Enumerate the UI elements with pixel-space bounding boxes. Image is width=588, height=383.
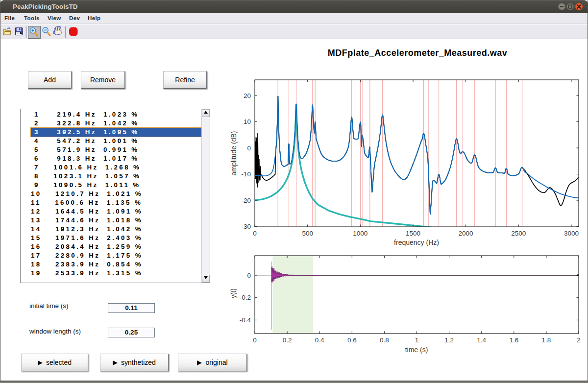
svg-text:frequency (Hz): frequency (Hz) — [394, 239, 439, 246]
svg-text:20: 20 — [244, 92, 251, 99]
svg-text:MDFplate_Accelerometer_Measure: MDFplate_Accelerometer_Measured.wav — [328, 48, 508, 58]
svg-text:0.8: 0.8 — [380, 336, 389, 344]
svg-text:3000: 3000 — [564, 230, 579, 237]
svg-text:500: 500 — [302, 230, 313, 237]
svg-text:-30: -30 — [241, 223, 251, 230]
svg-text:1.8: 1.8 — [542, 336, 551, 344]
svg-text:1.6: 1.6 — [509, 336, 518, 344]
svg-text:0.2: 0.2 — [283, 336, 292, 344]
svg-text:-10: -10 — [241, 170, 251, 178]
svg-text:-0.2: -0.2 — [240, 294, 251, 301]
svg-text:amplitude (dB): amplitude (dB) — [230, 131, 238, 175]
svg-text:time (s): time (s) — [405, 346, 428, 354]
svg-text:0: 0 — [253, 336, 257, 344]
svg-text:0: 0 — [253, 230, 257, 237]
svg-text:2000: 2000 — [459, 230, 473, 237]
svg-text:2500: 2500 — [511, 230, 526, 237]
svg-text:1.4: 1.4 — [477, 336, 486, 344]
svg-text:0.6: 0.6 — [347, 336, 357, 344]
svg-text:2: 2 — [577, 336, 581, 344]
svg-text:-0.4: -0.4 — [240, 316, 251, 324]
svg-text:0: 0 — [247, 144, 251, 152]
svg-text:1: 1 — [415, 336, 419, 344]
svg-text:10: 10 — [244, 118, 251, 125]
svg-text:1000: 1000 — [353, 230, 368, 237]
svg-text:0.4: 0.4 — [315, 336, 324, 344]
svg-text:y(t): y(t) — [229, 288, 237, 298]
svg-text:0: 0 — [247, 272, 251, 279]
svg-text:1.2: 1.2 — [444, 336, 454, 344]
svg-text:1500: 1500 — [406, 230, 420, 237]
svg-text:-20: -20 — [241, 197, 251, 204]
